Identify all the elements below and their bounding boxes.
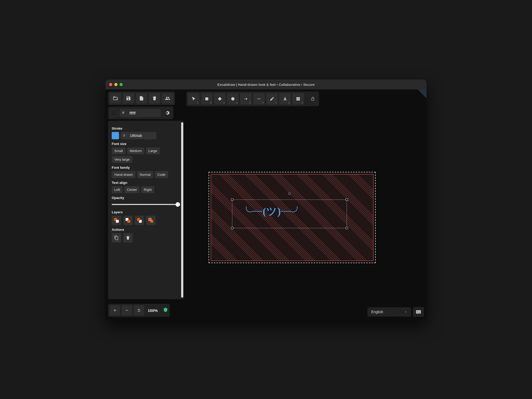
- tool-toolbar: 1 2 3 4 5 6 7: [186, 92, 319, 106]
- settings-button[interactable]: [163, 109, 171, 117]
- save-icon: [126, 96, 131, 101]
- gear-icon: [164, 110, 170, 116]
- svg-rect-0: [205, 98, 208, 100]
- corner-peel-icon[interactable]: [418, 89, 427, 98]
- maximize-window-button[interactable]: [120, 83, 123, 86]
- stroke-hex-input[interactable]: [128, 132, 156, 139]
- collaborate-button[interactable]: [162, 93, 173, 104]
- bring-to-front-icon: [149, 218, 153, 223]
- resize-handle-nw[interactable]: [231, 198, 233, 201]
- grid-icon: [296, 96, 300, 101]
- zoom-percent: 100%: [146, 308, 160, 313]
- canvas-text[interactable]: ╰┈(ツ)┈╯: [241, 204, 303, 219]
- tool-number: 6: [262, 101, 264, 104]
- square-icon: [204, 96, 209, 101]
- fontfamily-handdrawn[interactable]: Hand-drawn: [112, 171, 135, 178]
- close-window-button[interactable]: [109, 83, 112, 86]
- diamond-icon: [217, 96, 222, 101]
- fontfamily-normal[interactable]: Normal: [137, 171, 153, 178]
- language-label: English: [371, 310, 383, 314]
- resize-handle-se[interactable]: [346, 227, 348, 229]
- textalign-left[interactable]: Left: [112, 186, 123, 193]
- send-to-back-icon: [114, 218, 119, 223]
- rectangle-selection-outer[interactable]: [209, 172, 376, 263]
- open-button[interactable]: [110, 93, 121, 104]
- plus-icon: [113, 308, 117, 312]
- delete-button[interactable]: [123, 233, 133, 243]
- tool-selection[interactable]: 1: [188, 93, 199, 105]
- opacity-slider[interactable]: [112, 201, 180, 208]
- fontfamily-label: Font family: [112, 166, 180, 170]
- background-color-bar: #: [108, 107, 173, 119]
- textalign-label: Text align: [112, 181, 180, 185]
- textalign-center[interactable]: Center: [124, 186, 140, 193]
- tool-line[interactable]: 6: [253, 93, 265, 105]
- reset-icon: [137, 308, 141, 312]
- duplicate-button[interactable]: [112, 233, 121, 243]
- tool-diamond[interactable]: 3: [214, 93, 226, 105]
- traffic-lights: [109, 83, 123, 86]
- properties-sidebar: Stroke # Font size Small Medium Large Ve…: [108, 121, 184, 299]
- tool-number: 8: [288, 101, 290, 104]
- tool-number: 4: [236, 101, 238, 104]
- slider-thumb[interactable]: [175, 202, 180, 207]
- fontsize-very-large[interactable]: Very large: [112, 156, 132, 163]
- cursor-icon: [191, 96, 196, 101]
- fontsize-small[interactable]: Small: [112, 147, 126, 154]
- layer-bring-to-front[interactable]: [146, 216, 156, 225]
- encryption-shield-icon[interactable]: [163, 307, 168, 313]
- tool-text[interactable]: 8: [279, 93, 291, 105]
- tool-number: 7: [275, 101, 277, 104]
- language-select[interactable]: English: [368, 307, 411, 317]
- zoom-out-button[interactable]: [122, 305, 132, 315]
- folder-open-icon: [113, 96, 118, 101]
- layer-bring-forward[interactable]: [135, 216, 144, 225]
- zoom-reset-button[interactable]: [134, 305, 144, 315]
- pencil-icon: [270, 96, 274, 101]
- hatched-rectangle[interactable]: [211, 174, 374, 261]
- zoom-in-button[interactable]: [110, 305, 120, 315]
- resize-handle-sw[interactable]: [231, 227, 233, 229]
- layer-send-to-back[interactable]: [112, 216, 121, 225]
- slider-track: [112, 204, 180, 205]
- export-button[interactable]: [136, 93, 147, 104]
- rotate-handle[interactable]: [288, 192, 291, 195]
- actions-label: Actions: [112, 228, 180, 232]
- window-title: Excalidraw | Hand-drawn look & feel • Co…: [105, 83, 427, 87]
- tool-number: 9: [302, 101, 303, 104]
- background-swatch[interactable]: [110, 109, 117, 117]
- save-button[interactable]: [123, 93, 134, 104]
- export-icon: [139, 96, 144, 101]
- bring-forward-icon: [137, 218, 142, 223]
- tool-arrow[interactable]: 5: [240, 93, 252, 105]
- sidebar-scrollbar[interactable]: [181, 122, 183, 298]
- zoom-bar: 100%: [108, 304, 170, 317]
- minimize-window-button[interactable]: [114, 83, 117, 86]
- trash-icon: [152, 96, 157, 101]
- fontsize-large[interactable]: Large: [146, 147, 160, 154]
- arrow-icon: [244, 96, 248, 101]
- line-icon: [257, 96, 261, 101]
- fontsize-medium[interactable]: Medium: [127, 147, 144, 154]
- stroke-swatch[interactable]: [112, 132, 119, 139]
- tool-ellipse[interactable]: 4: [227, 93, 239, 105]
- background-hex-input[interactable]: [127, 109, 161, 117]
- textalign-right[interactable]: Right: [141, 186, 154, 193]
- unlock-icon: [310, 96, 315, 101]
- app-window: Excalidraw | Hand-drawn look & feel • Co…: [105, 80, 427, 319]
- text-selection-box[interactable]: [232, 200, 347, 228]
- tool-rectangle[interactable]: 2: [201, 93, 212, 105]
- text-icon: [283, 96, 287, 101]
- keyboard-shortcuts-button[interactable]: [413, 307, 424, 317]
- clear-canvas-button[interactable]: [149, 93, 160, 104]
- duplicate-icon: [114, 235, 119, 240]
- tool-library[interactable]: 9: [292, 93, 304, 105]
- titlebar: Excalidraw | Hand-drawn look & feel • Co…: [105, 80, 427, 89]
- tool-draw[interactable]: 7: [266, 93, 278, 105]
- layer-send-backward[interactable]: [123, 216, 133, 225]
- fontfamily-code[interactable]: Code: [155, 171, 168, 178]
- tool-number: 3: [223, 101, 224, 104]
- resize-handle-ne[interactable]: [346, 198, 348, 201]
- svg-point-1: [231, 97, 234, 100]
- lock-button[interactable]: [308, 94, 317, 104]
